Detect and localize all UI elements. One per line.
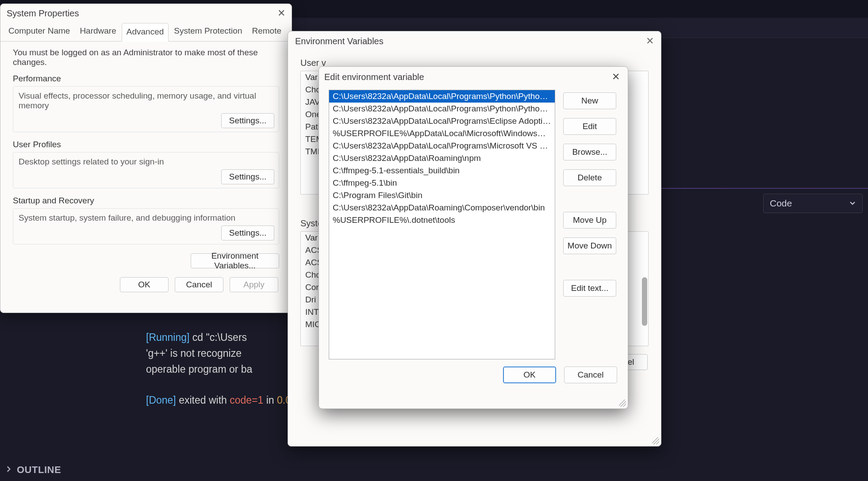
move-up-button[interactable]: Move Up — [563, 212, 616, 229]
system-properties-window: System Properties ✕ Computer Name Hardwa… — [0, 4, 292, 313]
path-entry[interactable]: C:\Users\8232a\AppData\Local\Programs\Mi… — [329, 140, 555, 152]
tab-advanced[interactable]: Advanced — [122, 23, 169, 42]
admin-note: You must be logged on as an Administrato… — [13, 48, 279, 67]
tab-system-protection[interactable]: System Protection — [169, 23, 246, 41]
envwin-titlebar[interactable]: Environment Variables ✕ — [288, 31, 661, 51]
edit-text-button[interactable]: Edit text... — [563, 280, 616, 297]
path-entry[interactable]: C:\ffmpeg-5.1\bin — [329, 177, 555, 189]
browse-button[interactable]: Browse... — [563, 144, 616, 160]
tab-computer-name[interactable]: Computer Name — [4, 23, 74, 41]
startup-recovery-settings-button[interactable]: Settings... — [221, 225, 274, 240]
path-entry[interactable]: C:\Users\8232a\AppData\Roaming\npm — [329, 152, 555, 164]
close-icon[interactable]: ✕ — [277, 8, 285, 19]
chevron-down-icon — [849, 198, 856, 209]
user-profiles-title: User Profiles — [13, 140, 279, 149]
path-entries-list[interactable]: C:\Users\8232a\AppData\Local\Programs\Py… — [329, 90, 555, 359]
resize-grip-icon[interactable] — [619, 400, 626, 407]
path-entry[interactable]: C:\Users\8232a\AppData\Local\Programs\Py… — [329, 90, 555, 103]
edit-environment-variable-window: Edit environment variable ✕ C:\Users\823… — [319, 66, 628, 409]
envwin-title: Environment Variables — [295, 36, 384, 46]
delete-button[interactable]: Delete — [563, 169, 616, 186]
startup-recovery-title: Startup and Recovery — [13, 196, 279, 206]
scrollbar-thumb[interactable] — [642, 277, 647, 326]
edit-button[interactable]: Edit — [563, 118, 616, 135]
sysprops-titlebar[interactable]: System Properties ✕ — [0, 4, 292, 23]
sysprops-apply-button[interactable]: Apply — [230, 277, 278, 292]
environment-variables-button[interactable]: Environment Variables... — [191, 253, 279, 268]
sysprops-tabs: Computer Name Hardware Advanced System P… — [0, 23, 292, 42]
terminal-profile-label: Code — [770, 198, 792, 209]
close-icon[interactable]: ✕ — [646, 35, 654, 47]
user-profiles-settings-button[interactable]: Settings... — [221, 169, 274, 184]
editwin-ok-button[interactable]: OK — [503, 366, 556, 383]
user-profiles-desc: Desktop settings related to your sign-in — [19, 157, 164, 166]
path-entry[interactable]: C:\ffmpeg-5.1-essentials_build\bin — [329, 164, 555, 177]
sysprops-title: System Properties — [7, 8, 79, 19]
vscode-outline-section[interactable]: OUTLINE — [0, 459, 142, 481]
performance-group: Performance Visual effects, processor sc… — [13, 73, 279, 132]
path-entry[interactable]: %USERPROFILE%\AppData\Local\Microsoft\Wi… — [329, 127, 555, 140]
performance-settings-button[interactable]: Settings... — [221, 113, 274, 128]
user-profiles-group: User Profiles Desktop settings related t… — [13, 139, 279, 188]
move-down-button[interactable]: Move Down — [563, 237, 616, 254]
performance-title: Performance — [13, 74, 279, 84]
editwin-title: Edit environment variable — [324, 72, 424, 82]
tab-hardware[interactable]: Hardware — [75, 23, 120, 41]
startup-recovery-group: Startup and Recovery System startup, sys… — [13, 195, 279, 244]
editwin-cancel-button[interactable]: Cancel — [564, 366, 617, 383]
path-entry[interactable]: C:\Users\8232a\AppData\Local\Programs\Ec… — [329, 115, 555, 127]
tab-remote[interactable]: Remote — [247, 23, 286, 41]
path-entry[interactable]: %USERPROFILE%\.dotnet\tools — [329, 214, 555, 226]
path-entry[interactable]: C:\Program Files\Git\bin — [329, 189, 555, 202]
outline-label: OUTLINE — [17, 464, 61, 476]
sysprops-cancel-button[interactable]: Cancel — [175, 277, 223, 292]
path-entry[interactable]: C:\Users\8232a\AppData\Local\Programs\Py… — [329, 103, 555, 115]
path-entry[interactable]: C:\Users\8232a\AppData\Roaming\Composer\… — [329, 202, 555, 214]
terminal-profile-dropdown[interactable]: Code — [763, 194, 863, 213]
resize-grip-icon[interactable] — [652, 437, 659, 444]
new-button[interactable]: New — [563, 92, 616, 109]
editwin-titlebar[interactable]: Edit environment variable ✕ — [319, 67, 628, 87]
sysprops-ok-button[interactable]: OK — [120, 277, 169, 292]
chevron-right-icon — [4, 464, 12, 476]
performance-desc: Visual effects, processor scheduling, me… — [19, 91, 256, 110]
close-icon[interactable]: ✕ — [609, 70, 622, 84]
startup-recovery-desc: System startup, system failure, and debu… — [19, 213, 235, 222]
